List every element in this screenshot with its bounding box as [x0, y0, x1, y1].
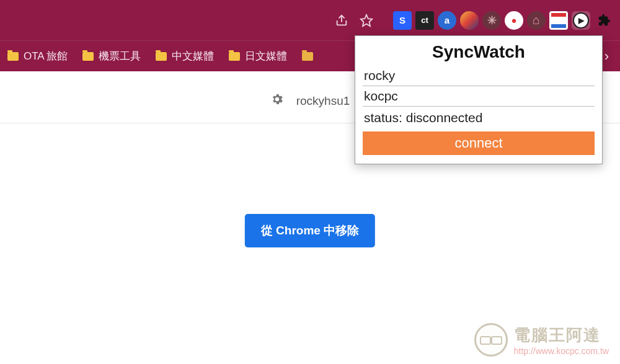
bookmark-label: 日文媒體 [245, 49, 287, 63]
ext-syncwatch-active[interactable]: ▶ [572, 11, 590, 30]
syncwatch-icon: ▶ [573, 12, 589, 29]
ext-spider[interactable]: ✳ [482, 11, 501, 30]
star-icon[interactable] [356, 10, 377, 31]
bookmark-label: 中文媒體 [172, 49, 214, 63]
folder-icon [229, 52, 240, 61]
ext-mountain[interactable]: ⌂ [527, 11, 546, 30]
share-icon[interactable] [331, 10, 352, 31]
folder-icon [302, 52, 313, 61]
status-text: status: disconnected [363, 107, 595, 131]
ext-rec[interactable]: ● [505, 11, 523, 30]
name-input[interactable] [363, 66, 595, 86]
room-input[interactable] [363, 86, 595, 107]
browser-toolbar: S ct a ✳ ● ⌂ ▶ [0, 0, 620, 40]
folder-icon [156, 52, 167, 61]
connect-button[interactable]: connect [363, 131, 595, 155]
watermark: 電腦王阿達 http://www.kocpc.com.tw [474, 323, 609, 357]
popup-title: SyncWatch [363, 41, 595, 66]
ext-s[interactable]: S [393, 11, 412, 30]
syncwatch-popup: SyncWatch status: disconnected connect [355, 35, 603, 164]
watermark-title: 電腦王阿達 [514, 324, 609, 346]
ext-a[interactable]: a [438, 11, 456, 30]
bookmark-label: 機票工具 [99, 49, 141, 63]
ext-swirl[interactable] [460, 11, 479, 30]
puzzle-icon[interactable] [594, 10, 615, 31]
svg-marker-0 [361, 14, 372, 25]
bookmark-cn-media[interactable]: 中文媒體 [156, 49, 214, 63]
ext-ct[interactable]: ct [415, 11, 434, 30]
remove-from-chrome-button[interactable]: 從 Chrome 中移除 [245, 214, 375, 247]
watermark-face-icon [474, 323, 508, 357]
bookmark-jp-media[interactable]: 日文媒體 [229, 49, 287, 63]
bookmark-flight[interactable]: 機票工具 [82, 49, 141, 63]
folder-icon [7, 52, 19, 61]
ext-cards[interactable] [549, 11, 568, 30]
bookmark-partial[interactable] [302, 52, 313, 61]
username-text: rockyhsu1 [296, 94, 350, 108]
bookmark-label: OTA 旅館 [24, 49, 68, 63]
watermark-url: http://www.kocpc.com.tw [514, 346, 609, 356]
gear-icon[interactable] [270, 92, 284, 109]
bookmark-ota[interactable]: OTA 旅館 [7, 49, 68, 63]
folder-icon [82, 52, 94, 61]
